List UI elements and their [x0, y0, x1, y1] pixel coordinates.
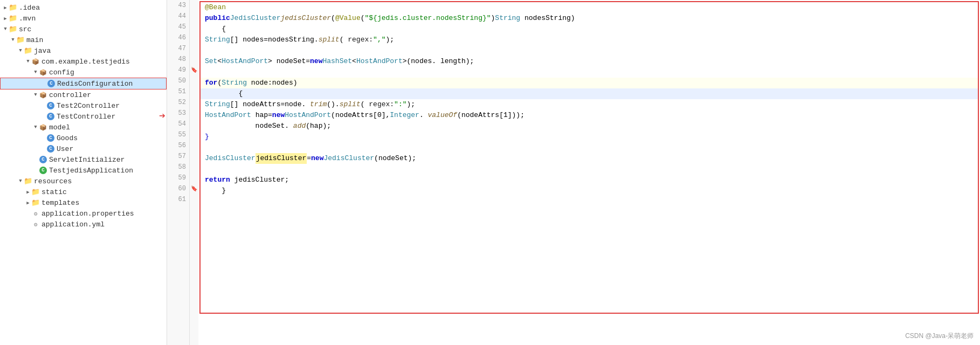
gutter-icon-cell	[190, 54, 198, 65]
sidebar-item-config[interactable]: ▼📦config	[0, 67, 167, 78]
gutter-icon-cell	[190, 22, 198, 32]
file-tree[interactable]: ▶📁.idea▶📁.mvn▼📁src▼📁main▼📁java▼📦com.exam…	[0, 0, 167, 345]
sidebar-item-static[interactable]: ▶📁static	[0, 187, 167, 197]
code-line: JedisCluster jedisCluster=new JedisClust…	[201, 153, 978, 164]
chevron-icon: ▼	[32, 70, 39, 75]
line-number: 61	[167, 194, 189, 205]
sidebar-item-label: Test2Controller	[57, 102, 120, 110]
line-number: 47	[167, 43, 189, 54]
package-icon: 📦	[31, 57, 40, 66]
line-number: 55	[167, 129, 189, 140]
sidebar-item-label: com.example.testjedis	[42, 58, 130, 66]
sidebar-item-RedisConfiguration[interactable]: CRedisConfiguration	[0, 78, 167, 89]
sidebar-item-label: controller	[49, 91, 91, 99]
line-number: 51	[167, 86, 189, 97]
chevron-icon: ▼	[25, 59, 31, 64]
gutter-icon-cell	[190, 162, 198, 172]
line-number: 60	[167, 183, 189, 194]
code-line: }	[201, 185, 978, 196]
sidebar-item-com.example.testjedis[interactable]: ▼📦com.example.testjedis	[0, 56, 167, 67]
chevron-icon: ▶	[25, 189, 31, 195]
line-number: 43	[167, 0, 189, 11]
sidebar-item-label: model	[49, 123, 70, 132]
sidebar-item-label: User	[57, 145, 73, 153]
sidebar-item-controller[interactable]: ▼📦controller	[0, 89, 167, 100]
gutter-icon-cell	[190, 194, 198, 205]
sidebar-item-label: java	[34, 47, 51, 55]
code-line: @Bean	[201, 2, 978, 13]
properties-icon: ⚙	[31, 209, 40, 218]
folder-icon: 📁	[24, 177, 32, 185]
sidebar-item-label: templates	[42, 199, 79, 207]
line-number: 58	[167, 162, 189, 172]
line-number: 50	[167, 75, 189, 86]
sidebar-item-label: application.yml	[42, 220, 105, 229]
sidebar-item-label: main	[26, 36, 43, 44]
sidebar-item-model[interactable]: ▼📦model	[0, 122, 167, 133]
sidebar-item-TestjedisApplication[interactable]: CTestjedisApplication	[0, 165, 167, 176]
sidebar-item-resources[interactable]: ▼📁resources	[0, 176, 167, 187]
gutter-icon-cell	[190, 119, 198, 129]
sidebar-item-TestController[interactable]: CTestController	[0, 111, 167, 122]
sidebar-item-Test2Controller[interactable]: CTest2Controller	[0, 100, 167, 111]
sidebar-item-Goods[interactable]: CGoods	[0, 133, 167, 143]
folder-icon: 📁	[31, 188, 40, 196]
sidebar-item-application.yml[interactable]: ⚙application.yml	[0, 219, 167, 230]
sidebar-item-mvn[interactable]: ▶📁.mvn	[0, 13, 167, 24]
sidebar-item-label: resources	[34, 177, 72, 185]
class-icon: C	[46, 112, 55, 121]
sidebar-item-label: config	[49, 68, 74, 77]
gutter-icon-cell	[190, 108, 198, 119]
chevron-icon: ▼	[17, 48, 24, 53]
folder-icon: 📁	[31, 198, 40, 207]
class-icon: C	[46, 101, 55, 110]
sidebar-item-main[interactable]: ▼📁main	[0, 34, 167, 45]
sidebar-item-label: static	[42, 188, 67, 196]
sidebar-item-java[interactable]: ▼📁java	[0, 45, 167, 56]
editor-area: 43444546474849505152535455565758596061 🔖…	[167, 0, 980, 345]
gutter-icon-cell	[190, 43, 198, 54]
code-line: String[] nodes=nodesString.split( regex:…	[201, 34, 978, 45]
line-number: 44	[167, 11, 189, 22]
line-number: 53	[167, 108, 189, 119]
gutter-icon-cell	[190, 0, 198, 11]
gutter-icon-cell	[190, 129, 198, 140]
class-icon: C	[39, 155, 47, 164]
class-icon: C	[46, 134, 55, 142]
package-icon: 📦	[39, 123, 47, 132]
folder-icon: 📁	[9, 3, 17, 12]
gutter-icon-cell	[190, 32, 198, 43]
folder-icon: 📁	[16, 36, 25, 44]
package-icon: 📦	[39, 91, 47, 99]
package-icon: 📦	[39, 68, 47, 77]
sidebar-item-application.properties[interactable]: ⚙application.properties	[0, 208, 167, 219]
code-line: {	[201, 88, 978, 99]
yml-icon: ⚙	[31, 220, 40, 229]
code-panel[interactable]: @Bean public JedisCluster jedisCluster(@…	[198, 0, 980, 345]
sidebar-item-ServletInitializer[interactable]: CServletInitializer	[0, 154, 167, 165]
code-line	[201, 45, 978, 56]
sidebar-item-label: Goods	[57, 134, 78, 142]
line-number: 57	[167, 151, 189, 162]
code-line: return jedisCluster;	[201, 175, 978, 185]
line-number: 49	[167, 65, 189, 75]
folder-icon: 📁	[9, 25, 17, 33]
gutter-icon-cell: 🔖	[190, 65, 198, 75]
chevron-icon: ▼	[32, 125, 39, 130]
sidebar-item-label: TestController	[57, 113, 115, 121]
line-number: 54	[167, 119, 189, 129]
sidebar-item-idea[interactable]: ▶📁.idea	[0, 2, 167, 13]
sidebar-item-User[interactable]: CUser	[0, 143, 167, 154]
code-line	[201, 164, 978, 175]
sidebar-item-templates[interactable]: ▶📁templates	[0, 197, 167, 208]
line-number: 52	[167, 97, 189, 108]
sidebar-item-label: RedisConfiguration	[57, 80, 133, 88]
code-line	[201, 142, 978, 153]
code-line: }	[201, 132, 978, 142]
sidebar-item-label: .idea	[19, 4, 40, 12]
code-line: nodeSet. add(hap);	[201, 121, 978, 132]
chevron-icon: ▼	[2, 26, 9, 32]
gutter-icon-cell: 🔖	[190, 183, 198, 194]
sidebar-item-src[interactable]: ▼📁src	[0, 24, 167, 34]
code-line: Set<HostAndPort> nodeSet=new HashSet<Hos…	[201, 56, 978, 67]
